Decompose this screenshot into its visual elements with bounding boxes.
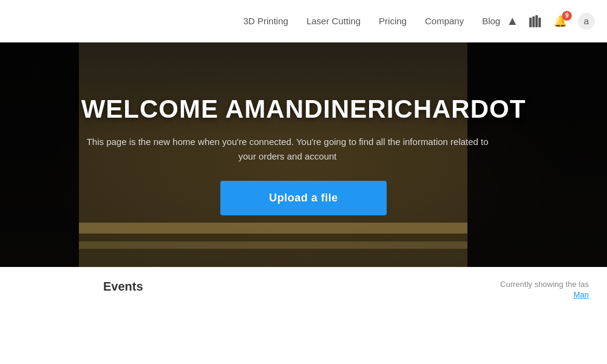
svg-rect-2	[535, 15, 538, 27]
nav-laser-cutting[interactable]: Laser Cutting	[307, 16, 361, 26]
hero-title: WELCOME AMANDINERICHARDOT	[81, 95, 526, 124]
avatar-icon[interactable]: a	[578, 13, 595, 30]
upload-file-button[interactable]: Upload a file	[220, 181, 387, 215]
svg-rect-0	[529, 18, 532, 27]
manage-link[interactable]: Man	[574, 290, 589, 299]
hero-light-band-1	[79, 223, 467, 234]
header: 3D Printing Laser Cutting Pricing Compan…	[0, 0, 607, 42]
hero-content: WELCOME AMANDINERICHARDOT This page is t…	[69, 95, 538, 215]
hero-light-band-2	[79, 241, 467, 249]
nav-company[interactable]: Company	[425, 16, 464, 26]
nav-pricing[interactable]: Pricing	[379, 16, 407, 26]
events-right-panel: Currently showing the las Man	[500, 280, 607, 300]
svg-rect-3	[538, 18, 541, 27]
bottom-section: Events Currently showing the las Man	[0, 267, 607, 364]
hero-subtitle: This page is the new home when you're co…	[81, 135, 494, 164]
hero-panel-left	[0, 42, 79, 267]
nav-3d-printing[interactable]: 3D Printing	[243, 16, 288, 26]
notification-icon[interactable]: 🔔 9	[554, 15, 567, 28]
notification-badge: 9	[562, 11, 572, 21]
currently-showing-text: Currently showing the las	[500, 280, 589, 289]
hero-section: WELCOME AMANDINERICHARDOT This page is t…	[0, 42, 607, 267]
nav-blog[interactable]: Blog	[482, 16, 500, 26]
nav-icons: ▲ 🔔 9 a	[506, 13, 595, 30]
library-icon[interactable]	[529, 15, 543, 27]
events-column: Events	[0, 280, 500, 294]
main-nav: 3D Printing Laser Cutting Pricing Compan…	[243, 16, 501, 26]
events-title: Events	[103, 280, 500, 294]
svg-rect-1	[532, 16, 535, 27]
upload-icon[interactable]: ▲	[506, 14, 518, 28]
